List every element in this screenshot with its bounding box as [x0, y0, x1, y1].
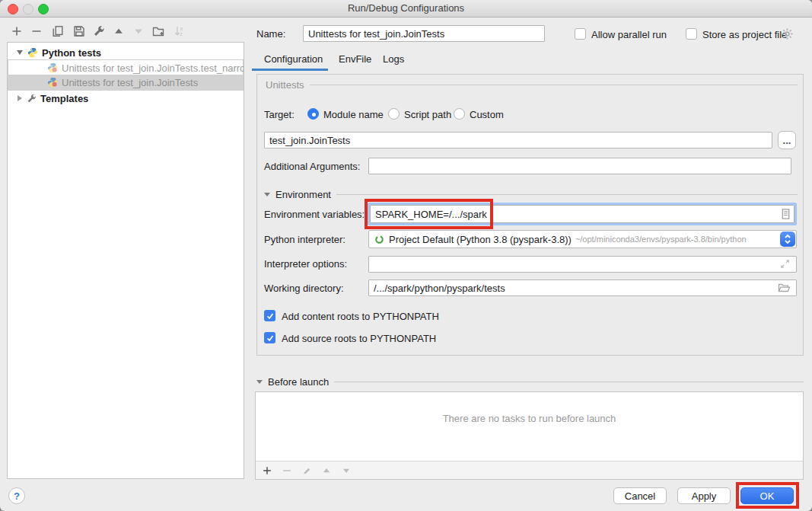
move-down-icon — [133, 26, 144, 37]
before-launch-toolbar — [256, 461, 803, 479]
tree-item-label: Python tests — [42, 47, 101, 59]
sort-az-icon: az — [174, 25, 186, 37]
new-folder-icon — [152, 25, 164, 37]
python-interpreter-select[interactable]: Project Default (Python 3.8 (pyspark-3.8… — [368, 230, 797, 248]
svg-text:z: z — [180, 31, 183, 37]
templates-wrench-icon — [27, 94, 37, 104]
move-task-up-button[interactable] — [320, 465, 333, 477]
tab-envfile[interactable]: EnvFile — [339, 53, 371, 65]
name-input[interactable] — [303, 25, 545, 42]
working-directory-input[interactable] — [368, 279, 797, 296]
store-as-project-file-label: Store as project file — [702, 29, 787, 40]
radio-custom[interactable] — [454, 108, 465, 120]
move-task-down-button[interactable] — [340, 465, 352, 477]
question-mark-icon: ? — [14, 490, 20, 502]
edit-task-button[interactable] — [301, 465, 313, 477]
add-source-roots-label: Add source roots to PYTHONPATH — [282, 333, 436, 344]
cancel-button[interactable]: Cancel — [613, 487, 667, 504]
divider — [310, 85, 798, 85]
tree-item-label: Templates — [40, 93, 88, 104]
save-configuration-button[interactable] — [72, 24, 87, 39]
help-button[interactable]: ? — [8, 487, 25, 504]
collapse-triangle-icon[interactable] — [264, 193, 270, 196]
tree-item-unittests-narrow[interactable]: Unittests for test_join.JoinTests.test_n… — [8, 60, 244, 75]
cancel-button-label: Cancel — [625, 490, 655, 502]
apply-button-label: Apply — [692, 490, 717, 502]
save-icon — [73, 25, 85, 37]
tree-item-templates[interactable]: Templates — [8, 91, 244, 106]
env-vars-editor-icon[interactable] — [780, 208, 791, 220]
radio-script-path[interactable] — [388, 108, 400, 120]
tab-configuration[interactable]: Configuration — [264, 53, 323, 65]
move-down-button[interactable] — [131, 24, 146, 39]
active-tab-underline — [252, 69, 328, 71]
remove-task-button[interactable] — [281, 465, 293, 477]
apply-button[interactable]: Apply — [677, 487, 731, 504]
interpreter-path: ~/opt/miniconda3/envs/pyspark-3.8/bin/py… — [575, 235, 747, 244]
environment-variables-input[interactable] — [370, 205, 794, 223]
radio-custom-label: Custom — [470, 109, 504, 120]
radio-script-path-label: Script path — [404, 109, 451, 120]
store-as-project-file-checkbox[interactable] — [686, 28, 697, 40]
edit-defaults-button[interactable] — [91, 24, 107, 39]
window-title: Run/Debug Configurations — [0, 2, 812, 14]
no-tasks-message: There are no tasks to run before launch — [255, 413, 804, 424]
dropdown-stepper-icon[interactable] — [780, 232, 795, 247]
before-launch-header[interactable]: Before launch — [256, 376, 804, 388]
add-content-roots-checkbox[interactable] — [264, 310, 275, 321]
environment-section-header[interactable]: Environment — [264, 189, 798, 200]
new-folder-button[interactable] — [151, 24, 166, 39]
move-up-icon — [113, 26, 124, 37]
environment-variables-label: Environment variables: — [264, 209, 365, 220]
tab-logs[interactable]: Logs — [383, 53, 404, 65]
check-icon — [266, 311, 275, 321]
ok-button-label: OK — [760, 490, 775, 502]
unittests-group-header: Unittests — [266, 79, 798, 91]
conda-env-icon — [374, 235, 384, 244]
radio-module-name[interactable] — [307, 108, 319, 120]
ok-button[interactable]: OK — [740, 487, 794, 504]
divider — [336, 194, 798, 195]
module-name-input[interactable] — [264, 132, 772, 149]
sort-configurations-button[interactable]: az — [172, 24, 187, 39]
configurations-tree: Python tests Unittests for test_join.Joi… — [7, 42, 244, 479]
copy-configuration-button[interactable] — [50, 24, 65, 39]
collapse-triangle-icon[interactable] — [256, 380, 263, 384]
store-options-gear-icon[interactable] — [781, 27, 794, 40]
target-label: Target: — [264, 109, 295, 120]
tree-item-python-tests[interactable]: Python tests — [8, 45, 244, 60]
tree-item-unittests-jointests-selected[interactable]: Unittests for test_join.JoinTests — [8, 75, 244, 90]
add-task-button[interactable] — [261, 465, 273, 477]
title-bar: Run/Debug Configurations — [0, 0, 812, 18]
tree-item-label: Unittests for test_join.JoinTests — [62, 77, 198, 88]
browse-module-button[interactable]: ... — [778, 131, 796, 149]
copy-icon — [52, 25, 64, 37]
before-launch-title: Before launch — [268, 376, 329, 388]
additional-arguments-input[interactable] — [368, 158, 791, 174]
expand-collapse-icon[interactable] — [17, 50, 23, 55]
allow-parallel-run-checkbox[interactable] — [575, 28, 586, 40]
unittests-group-title: Unittests — [266, 79, 304, 91]
interpreter-options-input[interactable] — [368, 256, 797, 273]
svg-text:a: a — [180, 26, 183, 31]
remove-configuration-button[interactable] — [29, 24, 44, 39]
divider — [334, 382, 804, 382]
wrench-icon — [93, 25, 105, 37]
allow-parallel-run-label: Allow parallel run — [591, 29, 667, 40]
python-interpreter-label: Python interpreter: — [264, 234, 345, 245]
add-configuration-button[interactable] — [9, 24, 24, 39]
radio-module-name-label: Module name — [323, 109, 384, 120]
name-label: Name: — [256, 28, 285, 40]
add-icon — [11, 25, 23, 37]
check-icon — [266, 334, 275, 343]
move-up-button[interactable] — [111, 24, 126, 39]
interpreter-options-label: Interpreter options: — [264, 258, 347, 270]
remove-icon — [30, 25, 43, 37]
tree-item-label: Unittests for test_join.JoinTests.test_n… — [62, 62, 244, 74]
interpreter-value: Project Default (Python 3.8 (pyspark-3.8… — [389, 234, 572, 245]
browse-folder-icon[interactable] — [778, 282, 791, 294]
before-launch-task-list — [255, 391, 804, 480]
add-source-roots-checkbox[interactable] — [264, 332, 275, 343]
expand-collapse-icon[interactable] — [18, 95, 22, 101]
expand-field-icon[interactable] — [779, 258, 791, 270]
